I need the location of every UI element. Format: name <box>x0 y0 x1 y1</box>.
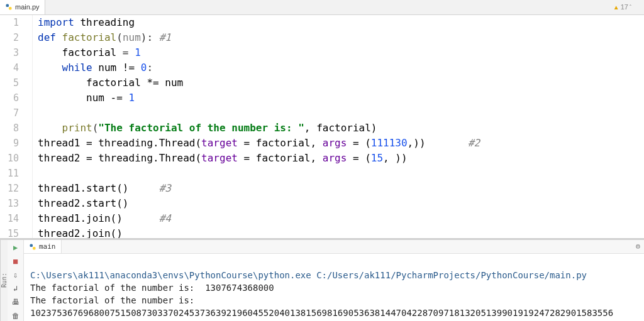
console-output-line: The factorial of the number is: <box>30 295 194 305</box>
svg-rect-2 <box>30 244 33 247</box>
code-line <box>38 166 644 181</box>
code-line: num -= 1 <box>38 90 644 106</box>
console-output-line: The factorial of the number is: 13076743… <box>30 283 274 293</box>
run-console[interactable]: C:\Users\ak111\anaconda3\envs\PythonCour… <box>24 254 644 321</box>
run-rerun-button[interactable]: ▶ <box>10 242 21 253</box>
code-editor[interactable]: 1 2 3 4 5 6 7 8 9 10 11 12 13 14 15 impo… <box>0 15 644 238</box>
console-output-line: 1023753676968007515087303370245373639219… <box>30 308 613 318</box>
code-content[interactable]: import threading def factorial(num): #1 … <box>33 15 644 238</box>
code-line: import threading <box>38 15 644 30</box>
code-line: print("The factorial of the number is: "… <box>38 121 644 136</box>
run-down-button[interactable]: ⇩ <box>10 270 21 280</box>
svg-rect-1 <box>9 7 12 10</box>
svg-rect-3 <box>33 247 36 250</box>
run-settings-button[interactable]: ⚙ <box>636 242 640 251</box>
run-print-button[interactable]: 🖶 <box>10 297 21 307</box>
code-line: thread2 = threading.Thread(target = fact… <box>38 151 644 166</box>
fold-gutter <box>25 15 33 238</box>
python-file-icon <box>5 3 13 11</box>
code-line: thread2.start() <box>38 196 644 211</box>
python-run-icon <box>29 243 36 251</box>
code-line: thread1.join() #4 <box>38 211 644 226</box>
run-tab-main[interactable]: main <box>24 240 62 253</box>
code-line: factorial = 1 <box>38 45 644 60</box>
console-command: C:\Users\ak111\anaconda3\envs\PythonCour… <box>30 270 587 280</box>
code-line <box>38 106 644 121</box>
code-line: thread1 = threading.Thread(target = fact… <box>38 136 644 151</box>
warning-icon: ▲ <box>613 4 619 11</box>
run-tab-label: main <box>39 242 56 251</box>
run-toolbar: ▶ ■ ⇩ ↲ 🖶 🗑 <box>8 240 24 321</box>
code-line: thread1.start() #3 <box>38 181 644 196</box>
run-tool-label[interactable]: Run: <box>0 240 8 321</box>
code-line: thread2.join() <box>38 226 644 238</box>
problems-count: 17 <box>621 3 628 11</box>
code-line: while num != 0: <box>38 60 644 75</box>
run-wrap-button[interactable]: ↲ <box>10 283 21 293</box>
editor-tab-main[interactable]: main.py <box>0 0 45 14</box>
chevron-up-icon: ˆ <box>630 4 631 10</box>
run-tool-window: Run: ▶ ■ ⇩ ↲ 🖶 🗑 main ⚙ C:\Users\ak111\a… <box>0 239 644 321</box>
code-line: factorial *= num <box>38 75 644 90</box>
run-tab-bar: main ⚙ <box>24 240 644 254</box>
problems-indicator[interactable]: ▲ 17 ˆ <box>613 0 631 14</box>
svg-rect-0 <box>6 4 9 8</box>
run-stop-button[interactable]: ■ <box>10 256 21 266</box>
editor-tab-label: main.py <box>15 3 40 11</box>
editor-tab-bar: main.py ▲ 17 ˆ <box>0 0 644 15</box>
line-number-gutter: 1 2 3 4 5 6 7 8 9 10 11 12 13 14 15 <box>0 15 25 238</box>
code-line: def factorial(num): #1 <box>38 30 644 45</box>
run-trash-button[interactable]: 🗑 <box>10 311 21 321</box>
